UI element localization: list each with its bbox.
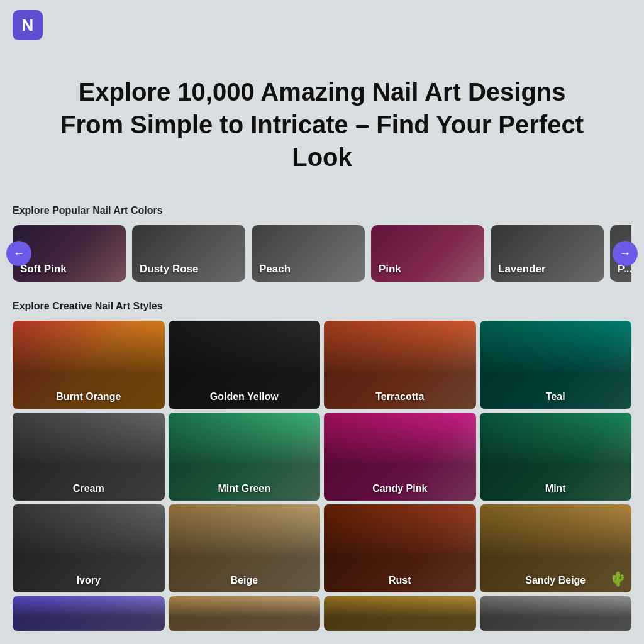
style-card-bottom1[interactable] [13, 596, 165, 631]
style-card-golden-yellow[interactable]: Golden Yellow [169, 321, 321, 409]
style-card-bottom4[interactable] [480, 596, 632, 631]
style-label-ivory: Ivory [13, 575, 165, 586]
color-card-peach[interactable]: Peach [252, 225, 365, 282]
styles-grid: Burnt Orange Golden Yellow Terracotta Te… [13, 321, 631, 631]
style-label-mint-green: Mint Green [169, 483, 321, 494]
style-label-terracotta: Terracotta [324, 391, 476, 402]
style-card-mint[interactable]: Mint [480, 413, 632, 501]
style-label-rust: Rust [324, 575, 476, 586]
style-label-candy-pink: Candy Pink [324, 483, 476, 494]
cactus-emoji: 🌵 [609, 571, 626, 587]
style-label-golden-yellow: Golden Yellow [169, 391, 321, 402]
style-card-mint-green[interactable]: Mint Green [169, 413, 321, 501]
style-label-sandy-beige: Sandy Beige [480, 575, 632, 586]
style-card-beige[interactable]: Beige [169, 504, 321, 592]
style-label-burnt-orange: Burnt Orange [13, 391, 165, 402]
app-icon-label: N [22, 16, 34, 35]
style-card-sandy-beige[interactable]: Sandy Beige 🌵 [480, 504, 632, 592]
popular-colors-carousel: ← Soft Pink Dusty Rose Peach [13, 225, 631, 282]
style-card-teal[interactable]: Teal [480, 321, 632, 409]
style-card-ivory[interactable]: Ivory [13, 504, 165, 592]
color-label-lavender: Lavender [498, 263, 546, 275]
style-card-bottom2[interactable] [169, 596, 321, 631]
color-card-lavender[interactable]: Lavender [491, 225, 604, 282]
popular-colors-section: Explore Popular Nail Art Colors ← Soft P… [0, 205, 644, 301]
creative-styles-section: Explore Creative Nail Art Styles Burnt O… [0, 301, 644, 644]
style-label-beige: Beige [169, 575, 321, 586]
color-label-peach: Peach [259, 263, 291, 275]
style-card-bottom3[interactable] [324, 596, 476, 631]
carousel-prev-button[interactable]: ← [6, 241, 31, 266]
style-card-rust[interactable]: Rust [324, 504, 476, 592]
style-card-burnt-orange[interactable]: Burnt Orange [13, 321, 165, 409]
style-label-cream: Cream [13, 483, 165, 494]
style-label-teal: Teal [480, 391, 632, 402]
style-card-terracotta[interactable]: Terracotta [324, 321, 476, 409]
color-label-soft-pink: Soft Pink [20, 263, 67, 275]
style-card-candy-pink[interactable]: Candy Pink [324, 413, 476, 501]
carousel-next-button[interactable]: → [613, 241, 638, 266]
hero-line2: From Simple to Intricate – Find Your Per… [60, 111, 584, 171]
hero-section: Explore 10,000 Amazing Nail Art Designs … [0, 50, 644, 205]
style-card-cream[interactable]: Cream [13, 413, 165, 501]
popular-colors-title: Explore Popular Nail Art Colors [13, 205, 631, 216]
top-bar: N [0, 0, 644, 50]
creative-styles-title: Explore Creative Nail Art Styles [13, 301, 631, 312]
style-label-mint: Mint [480, 483, 632, 494]
color-label-pink: Pink [379, 263, 401, 275]
color-label-dusty-rose: Dusty Rose [140, 263, 199, 275]
carousel-track: Soft Pink Dusty Rose Peach Pink [13, 225, 631, 282]
app-icon[interactable]: N [13, 10, 43, 40]
hero-line1: Explore 10,000 Amazing Nail Art Designs [78, 78, 565, 106]
color-card-pink[interactable]: Pink [371, 225, 484, 282]
hero-title: Explore 10,000 Amazing Nail Art Designs … [50, 75, 594, 174]
color-card-dusty-rose[interactable]: Dusty Rose [132, 225, 245, 282]
